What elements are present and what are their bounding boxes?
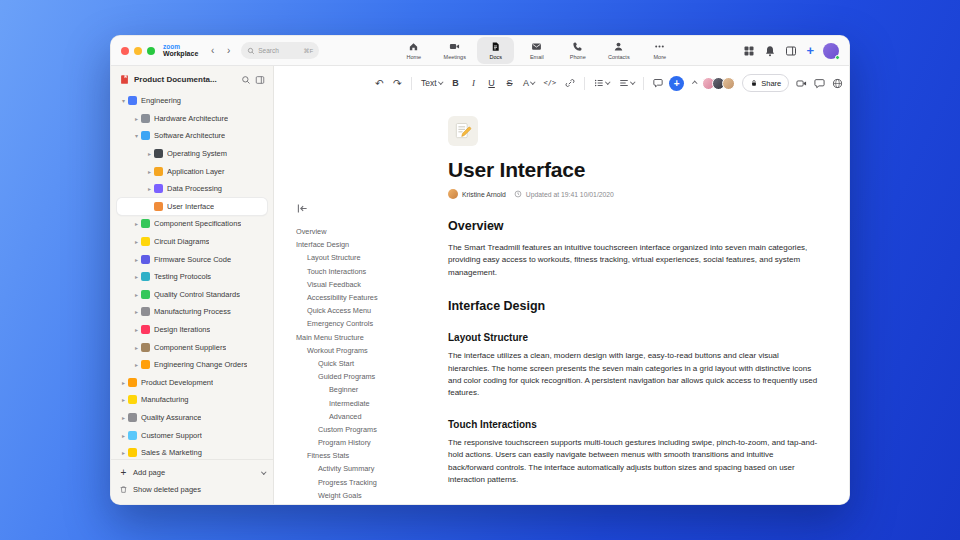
tab-email[interactable]: Email bbox=[518, 37, 555, 64]
sidebar-item[interactable]: ▸Testing Protocols bbox=[117, 268, 267, 286]
outline-item[interactable]: Fitness Stats bbox=[296, 449, 446, 462]
document[interactable]: User Interface Kristine Arnold Updated a… bbox=[446, 100, 849, 504]
sidebar-item[interactable]: ▾Engineering bbox=[117, 92, 267, 110]
strikethrough-button[interactable]: S bbox=[502, 75, 517, 92]
outline-item[interactable]: Quick Start bbox=[296, 357, 446, 370]
show-deleted-pages-button[interactable]: Show deleted pages bbox=[119, 481, 265, 498]
sidebar-item[interactable]: ▸Component Specifications bbox=[117, 215, 267, 233]
outline-item[interactable]: Emergency Controls bbox=[296, 317, 446, 330]
globe-icon[interactable] bbox=[832, 78, 843, 89]
italic-button[interactable]: I bbox=[466, 75, 481, 92]
back-button[interactable]: ‹ bbox=[207, 44, 218, 58]
sidebar-item[interactable]: ▸Hardware Architecture bbox=[117, 110, 267, 128]
outline-item[interactable]: Interface Design bbox=[296, 238, 446, 251]
chevron-right-icon[interactable]: ▸ bbox=[119, 432, 128, 439]
text-style-button[interactable]: Text bbox=[418, 75, 445, 92]
chevron-right-icon[interactable]: ▸ bbox=[132, 220, 141, 227]
tab-more[interactable]: More bbox=[641, 37, 678, 64]
add-page-button[interactable]: + Add page bbox=[119, 464, 265, 481]
new-item-button[interactable]: + bbox=[806, 44, 814, 57]
chevron-right-icon[interactable]: ▸ bbox=[119, 414, 128, 421]
sidebar-item[interactable]: ▸Manufacturing Process bbox=[117, 303, 267, 321]
user-avatar[interactable] bbox=[823, 43, 839, 59]
tab-phone[interactable]: Phone bbox=[559, 37, 596, 64]
outline-item[interactable]: Progress Tracking bbox=[296, 476, 446, 489]
outline-item[interactable]: Guided Programs bbox=[296, 370, 446, 383]
outline-item[interactable]: Main Menu Structure bbox=[296, 331, 446, 344]
outline-item[interactable]: Intermediate bbox=[296, 396, 446, 409]
sidebar-item[interactable]: ▸Sales & Marketing bbox=[117, 444, 267, 459]
bell-icon[interactable] bbox=[764, 45, 776, 57]
share-button[interactable]: Share bbox=[742, 74, 789, 92]
chevron-right-icon[interactable]: ▸ bbox=[119, 396, 128, 403]
chevron-right-icon[interactable]: ▸ bbox=[132, 326, 141, 333]
sidebar-item[interactable]: ▸Product Development bbox=[117, 374, 267, 392]
sidebar-item[interactable]: ▸Customer Support bbox=[117, 426, 267, 444]
outline-item[interactable]: Beginner bbox=[296, 383, 446, 396]
sidebar-item[interactable]: ▸Engineering Change Orders bbox=[117, 356, 267, 374]
redo-button[interactable]: ↷ bbox=[390, 75, 405, 92]
sidebar-item[interactable]: ▸Operating System bbox=[117, 145, 267, 163]
document-title[interactable]: User Interface bbox=[448, 158, 819, 182]
outline-item[interactable]: Program History bbox=[296, 436, 446, 449]
collapse-toolbar-button[interactable] bbox=[687, 75, 702, 92]
undo-button[interactable]: ↶ bbox=[372, 75, 387, 92]
sidebar-item[interactable]: ▾Software Architecture bbox=[117, 127, 267, 145]
outline-item[interactable]: Overview bbox=[296, 225, 446, 238]
chevron-right-icon[interactable]: ▸ bbox=[132, 361, 141, 368]
chevron-right-icon[interactable]: ▸ bbox=[132, 256, 141, 263]
video-icon[interactable] bbox=[796, 78, 807, 89]
insert-button[interactable]: + bbox=[669, 76, 684, 91]
chevron-right-icon[interactable]: ▸ bbox=[132, 238, 141, 245]
outline-item[interactable]: Visual Feedback bbox=[296, 278, 446, 291]
bold-button[interactable]: B bbox=[448, 75, 463, 92]
outline-item[interactable]: Layout Structure bbox=[296, 251, 446, 264]
outline-item[interactable]: Accessibility Features bbox=[296, 291, 446, 304]
chevron-right-icon[interactable]: ▸ bbox=[145, 168, 154, 175]
collapse-outline-icon[interactable] bbox=[296, 202, 309, 215]
sidebar-item[interactable]: ▸Design Iterations bbox=[117, 321, 267, 339]
forward-button[interactable]: › bbox=[223, 44, 234, 58]
zoom-button[interactable] bbox=[147, 47, 155, 55]
sidebar-item[interactable]: ▸Quality Control Standards bbox=[117, 286, 267, 304]
apps-icon[interactable] bbox=[743, 45, 755, 57]
outline-item[interactable]: Activity Summary bbox=[296, 462, 446, 475]
sidebar-item[interactable]: User Interface bbox=[117, 198, 267, 216]
chevron-right-icon[interactable]: ▸ bbox=[132, 291, 141, 298]
collaborator-avatar[interactable] bbox=[722, 77, 735, 90]
outline-item[interactable]: Custom Programs bbox=[296, 423, 446, 436]
sidebar-item[interactable]: ▸Data Processing bbox=[117, 180, 267, 198]
bullet-list-button[interactable] bbox=[591, 75, 613, 92]
chevron-down-icon[interactable]: ▾ bbox=[119, 97, 128, 104]
sidebar-item[interactable]: ▸Application Layer bbox=[117, 162, 267, 180]
close-button[interactable] bbox=[121, 47, 129, 55]
chevron-down-icon[interactable]: ▾ bbox=[132, 132, 141, 139]
outline-item[interactable]: Quick Access Menu bbox=[296, 304, 446, 317]
outline-item[interactable]: Touch Interactions bbox=[296, 265, 446, 278]
minimize-button[interactable] bbox=[134, 47, 142, 55]
comments-icon[interactable] bbox=[814, 78, 825, 89]
sidebar-item[interactable]: ▸Component Suppliers bbox=[117, 338, 267, 356]
document-emoji[interactable] bbox=[448, 116, 478, 146]
tab-home[interactable]: Home bbox=[395, 37, 432, 64]
sidebar-search-icon[interactable] bbox=[241, 75, 251, 85]
global-search-input[interactable]: Search ⌘F bbox=[241, 42, 319, 59]
chevron-right-icon[interactable]: ▸ bbox=[132, 308, 141, 315]
tab-contacts[interactable]: Contacts bbox=[600, 37, 637, 64]
chevron-right-icon[interactable]: ▸ bbox=[119, 449, 128, 456]
link-button[interactable] bbox=[562, 75, 578, 92]
comment-button[interactable] bbox=[650, 75, 666, 92]
align-button[interactable] bbox=[616, 75, 638, 92]
text-color-button[interactable]: A bbox=[520, 75, 538, 92]
sidebar-item[interactable]: ▸Manufacturing bbox=[117, 391, 267, 409]
sidebar-item[interactable]: ▸Firmware Source Code bbox=[117, 250, 267, 268]
chevron-right-icon[interactable]: ▸ bbox=[119, 379, 128, 386]
sidebar-item[interactable]: ▸Circuit Diagrams bbox=[117, 233, 267, 251]
underline-button[interactable]: U bbox=[484, 75, 499, 92]
chevron-right-icon[interactable]: ▸ bbox=[145, 185, 154, 192]
outline-item[interactable]: Advanced bbox=[296, 410, 446, 423]
tab-docs[interactable]: Docs bbox=[477, 37, 514, 64]
sidebar-collapse-icon[interactable] bbox=[255, 75, 265, 85]
outline-item[interactable]: Workout Programs bbox=[296, 344, 446, 357]
sidebar-item[interactable]: ▸Quality Assurance bbox=[117, 409, 267, 427]
